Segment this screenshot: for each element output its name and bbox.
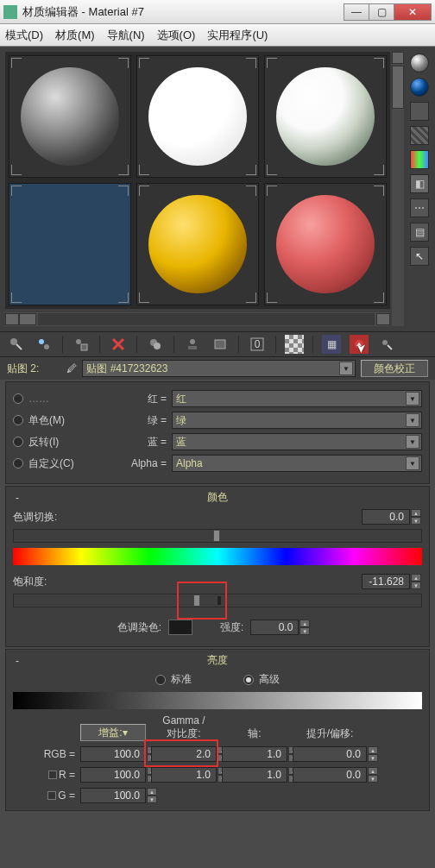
scroll-right-icon[interactable]	[376, 313, 390, 325]
saturation-value[interactable]: -11.628▲▼	[362, 574, 410, 589]
axis-header: 轴:	[222, 726, 287, 741]
delete-icon[interactable]	[109, 335, 128, 354]
color-correct-button[interactable]: 颜色校正	[361, 360, 428, 377]
brightness-panel-title: 亮度	[13, 653, 422, 668]
g-row-label: G =	[58, 789, 75, 802]
material-preview-grid	[5, 52, 390, 309]
maximize-button[interactable]: ▢	[369, 3, 394, 21]
saturation-label: 饱和度:	[13, 575, 362, 589]
r-gamma-value[interactable]: 1.0▲▼	[151, 767, 217, 783]
r-offset-value[interactable]: 0.0▲▼	[293, 767, 367, 783]
menu-mode[interactable]: 模式(D)	[5, 28, 43, 43]
menu-options[interactable]: 选项(O)	[157, 28, 196, 43]
r-axis-value[interactable]: 1.0▲▼	[222, 767, 287, 783]
make-copy-icon[interactable]	[146, 335, 165, 354]
hue-gradient	[13, 548, 422, 565]
g-gain-value[interactable]: 100.0▲▼	[80, 788, 146, 803]
rgb-gain-value[interactable]: 100.0▲▼	[80, 746, 146, 762]
saturation-slider[interactable]	[13, 594, 422, 607]
get-material-icon[interactable]	[7, 335, 26, 354]
channel-green-dropdown[interactable]: 绿▼	[172, 412, 422, 429]
color-panel-title: 颜色	[13, 490, 422, 505]
scroll-thumb[interactable]	[19, 313, 36, 325]
options-icon[interactable]: ⋯	[410, 198, 429, 217]
dropdown-arrow-icon[interactable]: ▼	[339, 362, 353, 375]
hue-shift-value[interactable]: 0.0▲▼	[362, 509, 410, 525]
svg-point-7	[190, 339, 195, 344]
brightness-gradient	[13, 692, 422, 709]
custom-radio[interactable]	[13, 458, 23, 469]
svg-point-13	[382, 340, 388, 345]
channel-green-label: 绿 =	[125, 413, 167, 428]
material-list-icon[interactable]: ▤	[410, 223, 429, 242]
menu-util[interactable]: 实用程序(U)	[207, 28, 268, 43]
put-to-library-icon[interactable]	[211, 335, 230, 354]
tint-label: 色调染色:	[117, 620, 161, 635]
background-icon[interactable]	[410, 102, 429, 121]
close-button[interactable]: ✕	[394, 3, 432, 21]
svg-rect-8	[188, 346, 197, 349]
go-to-parent-icon[interactable]	[350, 335, 369, 354]
map-name-dropdown[interactable]: 贴图 #417232623 ▼	[82, 360, 356, 377]
show-map-icon[interactable]	[285, 335, 304, 354]
standard-radio[interactable]	[155, 675, 166, 685]
menu-material[interactable]: 材质(M)	[55, 28, 95, 43]
material-id-icon[interactable]: 0	[248, 335, 267, 354]
strength-value[interactable]: 0.0▲▼	[250, 620, 299, 635]
minimize-button[interactable]: —	[344, 3, 369, 21]
sample-sphere-icon[interactable]	[410, 53, 429, 72]
svg-point-2	[44, 344, 49, 349]
mono-radio[interactable]	[13, 415, 23, 425]
gain-dropdown[interactable]: 增益: ▾	[80, 724, 146, 741]
svg-point-6	[154, 343, 161, 349]
material-slot[interactable]	[136, 183, 259, 305]
video-color-icon[interactable]	[410, 150, 429, 169]
r-gain-value[interactable]: 100.0▲▼	[80, 767, 146, 783]
channel-red-dropdown[interactable]: 红▼	[172, 390, 422, 407]
channel-red-label: 红 =	[125, 392, 167, 406]
strength-label: 强度:	[220, 620, 243, 635]
material-slot[interactable]	[136, 55, 259, 178]
channel-alpha-dropdown[interactable]: Alpha▼	[172, 455, 422, 472]
show-end-result-icon[interactable]: ▦	[322, 335, 341, 354]
window-title: 材质编辑器 - Material #7	[22, 4, 344, 20]
material-slot[interactable]	[9, 183, 131, 305]
svg-rect-9	[215, 340, 225, 349]
menu-nav[interactable]: 导航(N)	[107, 28, 145, 43]
app-icon	[3, 5, 17, 19]
preview-v-scroll[interactable]	[392, 52, 404, 326]
standard-label: 标准	[171, 672, 192, 687]
material-slot[interactable]	[264, 183, 387, 305]
preview-h-scroll[interactable]	[5, 312, 390, 326]
gamma-header: Gamma / 对比度:	[151, 714, 217, 741]
make-preview-icon[interactable]: ◧	[410, 174, 429, 193]
rgb-gamma-value[interactable]: 2.0▲▼	[151, 746, 217, 762]
go-forward-icon[interactable]	[377, 335, 396, 354]
hue-slider[interactable]	[13, 529, 422, 543]
channel-blue-dropdown[interactable]: 蓝▼	[172, 433, 422, 450]
assign-material-icon[interactable]	[72, 335, 91, 354]
g-enable-checkbox[interactable]	[47, 791, 56, 800]
rgb-row-label: RGB =	[13, 748, 75, 760]
channel-top-label: ……	[28, 393, 49, 405]
r-enable-checkbox[interactable]	[48, 771, 57, 779]
hue-shift-label: 色调切换:	[13, 510, 362, 525]
rgb-axis-value[interactable]: 1.0▲▼	[222, 746, 287, 762]
rgb-offset-value[interactable]: 0.0▲▼	[293, 746, 367, 762]
sample-uv-icon[interactable]	[410, 126, 429, 145]
eyedropper-icon[interactable]: 🖉	[66, 362, 77, 374]
put-material-icon[interactable]	[35, 335, 54, 354]
backlight-icon[interactable]	[410, 78, 429, 97]
select-by-material-icon[interactable]: ↖	[410, 247, 429, 266]
r-row-label: R =	[59, 769, 75, 781]
invert-radio[interactable]	[13, 437, 23, 447]
advanced-label: 高级	[259, 672, 280, 687]
material-slot[interactable]	[9, 55, 131, 178]
make-unique-icon[interactable]	[183, 335, 202, 354]
svg-point-1	[39, 339, 44, 344]
tint-swatch[interactable]	[168, 620, 192, 635]
material-slot[interactable]	[264, 55, 387, 178]
scroll-left-icon[interactable]	[5, 313, 19, 325]
offset-header: 提升/偏移:	[293, 726, 367, 741]
advanced-radio[interactable]	[243, 675, 254, 685]
